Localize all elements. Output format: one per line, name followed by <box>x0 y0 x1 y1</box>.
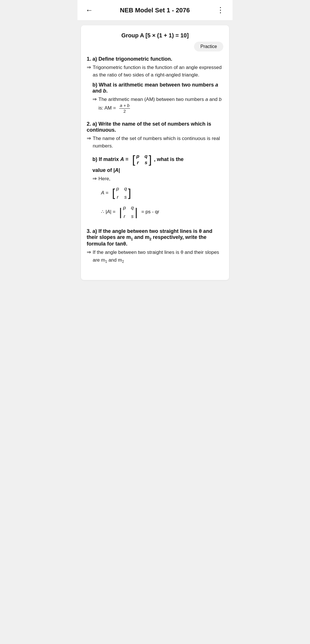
fraction-numerator: a + b <box>119 103 130 109</box>
page-title: NEB Model Set 1 - 2076 <box>95 7 214 14</box>
matrix-A-content: p q r s <box>115 184 128 202</box>
question-1b: b) What is arithmetic mean between two n… <box>92 82 223 114</box>
answer-3a: ⇒ If the angle between two straight line… <box>87 249 223 264</box>
matrix-cell-s: s <box>144 160 147 166</box>
group-title: Group A [5 × (1 + 1) = 10] <box>87 32 223 39</box>
question-3a: 3. a) If the angle between two straight … <box>87 228 223 264</box>
arrow-icon-1a: ⇒ <box>87 64 91 70</box>
question-2b: b) If matrix A = [ p q r s ] , what is t… <box>92 153 223 221</box>
matrix-bracket-left: [ <box>132 154 135 165</box>
question-1a: 1. a) Define trigonometric function. ⇒ T… <box>87 56 223 79</box>
matrix-A-q: q <box>124 185 127 193</box>
det-bracket-left: | <box>119 207 122 218</box>
arrow-icon-3a: ⇒ <box>87 249 91 255</box>
practice-btn-row: Practice <box>87 42 223 51</box>
question-2a: 2. a) Write the name of the set of numbe… <box>87 121 223 150</box>
question-3a-text: 3. a) If the angle between two straight … <box>87 228 223 247</box>
matrix-A-full: [ p q r s ] <box>112 184 131 202</box>
det-p: p <box>123 204 126 212</box>
question-2a-text: 2. a) Write the name of the set of numbe… <box>87 121 223 133</box>
answer-2a-text: The name of the set of numbers which is … <box>93 135 223 150</box>
question-1a-label: 1. a) Define trigonometric function. <box>87 56 172 62</box>
answer-1a: ⇒ Trigonometric function is the function… <box>87 64 223 79</box>
answer-3a-text: If the angle between two straight lines … <box>93 249 223 264</box>
question-2b-value: value of |A| <box>92 167 223 173</box>
back-button[interactable]: ← <box>83 5 95 16</box>
fraction-denominator: 2 <box>123 109 126 114</box>
matrix-content: p q r s <box>135 153 149 166</box>
det-r: r <box>123 212 126 220</box>
det-content: p q r s <box>122 203 135 221</box>
matrix-A-inline: [ p q r s ] <box>132 153 152 166</box>
arrow-icon-2a: ⇒ <box>87 135 91 141</box>
app-header: ← NEB Model Set 1 - 2076 ⋮ <box>78 0 232 21</box>
matrix-A-p: p <box>116 185 119 193</box>
det-bracket-right: | <box>135 207 138 218</box>
am-fraction: a + b 2 <box>119 103 130 114</box>
matrix-cell-p: p <box>136 154 139 159</box>
practice-button[interactable]: Practice <box>194 42 223 51</box>
question-1a-text: 1. a) Define trigonometric function. <box>87 56 223 62</box>
question-1: 1. a) Define trigonometric function. ⇒ T… <box>87 56 223 114</box>
arrow-icon-2b: ⇒ <box>92 175 97 182</box>
content-card: Group A [5 × (1 + 1) = 10] Practice 1. a… <box>81 25 229 280</box>
matrix-A-s: s <box>124 193 127 201</box>
answer-2b-here: Here, <box>98 175 111 183</box>
determinant-display: ∴ |A| = | p q r s | = ps - qr <box>101 203 223 221</box>
matrix-cell-q: q <box>144 154 147 159</box>
arrow-icon-1b: ⇒ <box>92 96 97 102</box>
matrix-bracket-right: ] <box>149 154 152 165</box>
matrix-A-bracket-left: [ <box>112 187 115 198</box>
matrix-A-bracket-right: ] <box>128 187 131 198</box>
question-1b-text: b) What is arithmetic mean between two n… <box>92 82 223 94</box>
det-matrix: | p q r s | <box>119 203 138 221</box>
answer-2a: ⇒ The name of the set of numbers which i… <box>87 135 223 150</box>
matrix-A-r: r <box>116 193 119 201</box>
question-3: 3. a) If the angle between two straight … <box>87 228 223 264</box>
question-2: 2. a) Write the name of the set of numbe… <box>87 121 223 221</box>
question-2b-label: b) If matrix A = [ p q r s ] , what is t… <box>92 153 223 166</box>
det-q: q <box>131 204 133 212</box>
matrix-cell-r: r <box>136 160 139 166</box>
menu-button[interactable]: ⋮ <box>214 5 227 16</box>
answer-1a-text: Trigonometric function is the function o… <box>93 64 223 79</box>
answer-1b-text: The arithmetic mean (AM) between two num… <box>98 96 223 114</box>
answer-1b: ⇒ The arithmetic mean (AM) between two n… <box>92 96 223 114</box>
matrix-A-display: A = [ p q r s ] <box>101 184 223 202</box>
det-s: s <box>131 212 133 220</box>
answer-2b: ⇒ Here, <box>92 175 223 183</box>
